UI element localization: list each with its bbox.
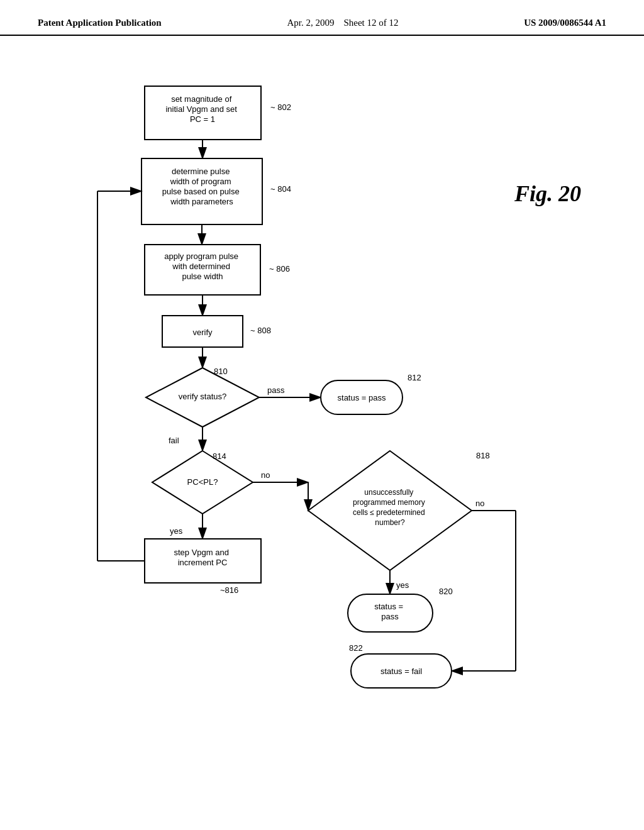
page-header: Patent Application Publication Apr. 2, 2…: [0, 0, 644, 36]
no-label-818: no: [475, 499, 484, 508]
node-814-label: 814: [213, 451, 226, 461]
fail-label-810: fail: [169, 436, 179, 445]
node-806-label: ~ 806: [269, 264, 290, 274]
node-804-label: ~ 804: [270, 184, 291, 194]
node-816-label: ~816: [220, 585, 238, 595]
node-810-text: verify status?: [179, 392, 227, 401]
node-812-text: status = pass: [338, 393, 386, 402]
node-810-label: 810: [214, 367, 228, 376]
node-808-label: ~ 808: [250, 326, 271, 335]
diagram-area: Fig. 20 set magnitude of initial Vpgm an…: [0, 36, 644, 816]
node-812-label: 812: [408, 373, 421, 382]
node-802-label: ~ 802: [270, 102, 291, 112]
yes-label-818: yes: [396, 580, 409, 590]
yes-label-814: yes: [170, 526, 183, 536]
publication-label: Patent Application Publication: [38, 18, 162, 28]
no-label-814: no: [261, 470, 270, 480]
pass-label-810: pass: [267, 385, 285, 395]
node-818-label: 818: [476, 451, 490, 460]
sheet-info: Apr. 2, 2009 Sheet 12 of 12: [287, 18, 398, 28]
node-822-text: status = fail: [380, 667, 422, 676]
node-808-text: verify: [192, 328, 213, 337]
patent-number: US 2009/0086544 A1: [524, 18, 606, 28]
node-816-text: step Vpgm and increment PC: [174, 548, 231, 567]
node-804-text: determine pulse width of program pulse b…: [162, 167, 242, 206]
node-820-label: 820: [439, 587, 453, 596]
node-822-label: 822: [349, 643, 363, 653]
node-814-text: PC<PL?: [187, 477, 218, 487]
